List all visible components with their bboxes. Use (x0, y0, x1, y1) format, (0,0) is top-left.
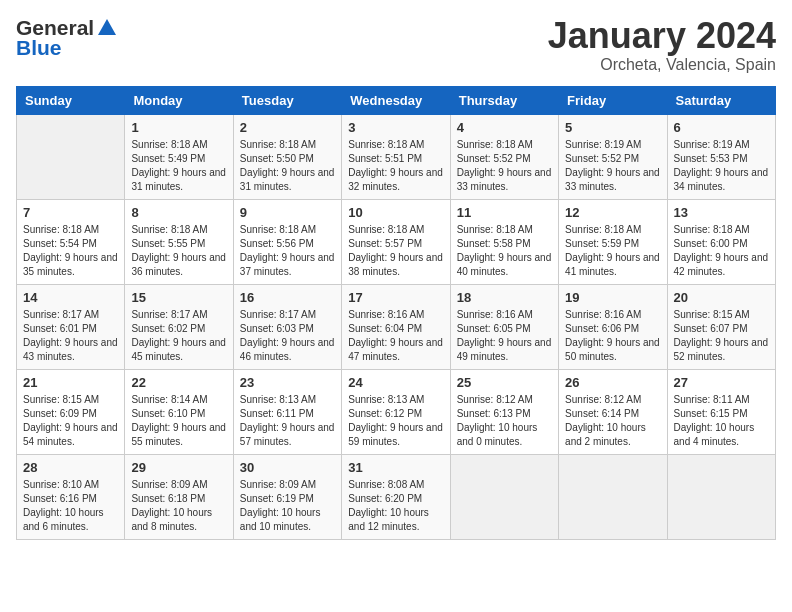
day-number: 15 (131, 290, 226, 305)
day-cell: 10 Sunrise: 8:18 AMSunset: 5:57 PMDaylig… (342, 199, 450, 284)
day-cell: 8 Sunrise: 8:18 AMSunset: 5:55 PMDayligh… (125, 199, 233, 284)
day-info: Sunrise: 8:18 AMSunset: 5:55 PMDaylight:… (131, 224, 226, 277)
day-info: Sunrise: 8:18 AMSunset: 5:56 PMDaylight:… (240, 224, 335, 277)
day-cell: 16 Sunrise: 8:17 AMSunset: 6:03 PMDaylig… (233, 284, 341, 369)
day-info: Sunrise: 8:18 AMSunset: 5:51 PMDaylight:… (348, 139, 443, 192)
day-cell: 4 Sunrise: 8:18 AMSunset: 5:52 PMDayligh… (450, 114, 558, 199)
day-info: Sunrise: 8:18 AMSunset: 5:49 PMDaylight:… (131, 139, 226, 192)
day-info: Sunrise: 8:12 AMSunset: 6:14 PMDaylight:… (565, 394, 646, 447)
day-number: 9 (240, 205, 335, 220)
weekday-header-thursday: Thursday (450, 86, 558, 114)
day-number: 21 (23, 375, 118, 390)
day-number: 29 (131, 460, 226, 475)
day-number: 27 (674, 375, 769, 390)
day-number: 10 (348, 205, 443, 220)
title-area: January 2024 Orcheta, Valencia, Spain (548, 16, 776, 74)
day-cell: 2 Sunrise: 8:18 AMSunset: 5:50 PMDayligh… (233, 114, 341, 199)
day-cell: 21 Sunrise: 8:15 AMSunset: 6:09 PMDaylig… (17, 369, 125, 454)
day-info: Sunrise: 8:12 AMSunset: 6:13 PMDaylight:… (457, 394, 538, 447)
day-number: 31 (348, 460, 443, 475)
day-cell: 17 Sunrise: 8:16 AMSunset: 6:04 PMDaylig… (342, 284, 450, 369)
day-number: 28 (23, 460, 118, 475)
day-cell: 12 Sunrise: 8:18 AMSunset: 5:59 PMDaylig… (559, 199, 667, 284)
day-cell: 6 Sunrise: 8:19 AMSunset: 5:53 PMDayligh… (667, 114, 775, 199)
day-cell: 23 Sunrise: 8:13 AMSunset: 6:11 PMDaylig… (233, 369, 341, 454)
week-row-5: 28 Sunrise: 8:10 AMSunset: 6:16 PMDaylig… (17, 454, 776, 539)
day-cell: 22 Sunrise: 8:14 AMSunset: 6:10 PMDaylig… (125, 369, 233, 454)
week-row-1: 1 Sunrise: 8:18 AMSunset: 5:49 PMDayligh… (17, 114, 776, 199)
day-info: Sunrise: 8:17 AMSunset: 6:03 PMDaylight:… (240, 309, 335, 362)
day-info: Sunrise: 8:13 AMSunset: 6:12 PMDaylight:… (348, 394, 443, 447)
day-info: Sunrise: 8:18 AMSunset: 5:50 PMDaylight:… (240, 139, 335, 192)
day-cell: 5 Sunrise: 8:19 AMSunset: 5:52 PMDayligh… (559, 114, 667, 199)
day-number: 25 (457, 375, 552, 390)
day-info: Sunrise: 8:09 AMSunset: 6:19 PMDaylight:… (240, 479, 321, 532)
day-cell: 29 Sunrise: 8:09 AMSunset: 6:18 PMDaylig… (125, 454, 233, 539)
day-info: Sunrise: 8:08 AMSunset: 6:20 PMDaylight:… (348, 479, 429, 532)
svg-marker-0 (98, 19, 116, 35)
day-info: Sunrise: 8:17 AMSunset: 6:01 PMDaylight:… (23, 309, 118, 362)
day-info: Sunrise: 8:11 AMSunset: 6:15 PMDaylight:… (674, 394, 755, 447)
day-number: 24 (348, 375, 443, 390)
day-cell: 31 Sunrise: 8:08 AMSunset: 6:20 PMDaylig… (342, 454, 450, 539)
day-cell (559, 454, 667, 539)
day-number: 2 (240, 120, 335, 135)
day-number: 26 (565, 375, 660, 390)
day-number: 4 (457, 120, 552, 135)
week-row-4: 21 Sunrise: 8:15 AMSunset: 6:09 PMDaylig… (17, 369, 776, 454)
day-cell: 30 Sunrise: 8:09 AMSunset: 6:19 PMDaylig… (233, 454, 341, 539)
day-number: 11 (457, 205, 552, 220)
day-cell (667, 454, 775, 539)
day-number: 8 (131, 205, 226, 220)
day-cell: 26 Sunrise: 8:12 AMSunset: 6:14 PMDaylig… (559, 369, 667, 454)
day-info: Sunrise: 8:16 AMSunset: 6:06 PMDaylight:… (565, 309, 660, 362)
day-cell: 7 Sunrise: 8:18 AMSunset: 5:54 PMDayligh… (17, 199, 125, 284)
weekday-header-tuesday: Tuesday (233, 86, 341, 114)
day-number: 30 (240, 460, 335, 475)
logo-blue: Blue (16, 36, 62, 60)
day-info: Sunrise: 8:19 AMSunset: 5:52 PMDaylight:… (565, 139, 660, 192)
day-cell: 14 Sunrise: 8:17 AMSunset: 6:01 PMDaylig… (17, 284, 125, 369)
day-info: Sunrise: 8:18 AMSunset: 5:58 PMDaylight:… (457, 224, 552, 277)
day-number: 19 (565, 290, 660, 305)
day-number: 6 (674, 120, 769, 135)
day-number: 14 (23, 290, 118, 305)
logo: General Blue (16, 16, 118, 60)
day-cell: 27 Sunrise: 8:11 AMSunset: 6:15 PMDaylig… (667, 369, 775, 454)
day-number: 22 (131, 375, 226, 390)
week-row-3: 14 Sunrise: 8:17 AMSunset: 6:01 PMDaylig… (17, 284, 776, 369)
day-info: Sunrise: 8:15 AMSunset: 6:07 PMDaylight:… (674, 309, 769, 362)
day-cell: 11 Sunrise: 8:18 AMSunset: 5:58 PMDaylig… (450, 199, 558, 284)
weekday-header-wednesday: Wednesday (342, 86, 450, 114)
day-info: Sunrise: 8:18 AMSunset: 6:00 PMDaylight:… (674, 224, 769, 277)
day-number: 1 (131, 120, 226, 135)
day-number: 16 (240, 290, 335, 305)
day-cell: 25 Sunrise: 8:12 AMSunset: 6:13 PMDaylig… (450, 369, 558, 454)
day-cell: 1 Sunrise: 8:18 AMSunset: 5:49 PMDayligh… (125, 114, 233, 199)
day-number: 3 (348, 120, 443, 135)
week-row-2: 7 Sunrise: 8:18 AMSunset: 5:54 PMDayligh… (17, 199, 776, 284)
day-info: Sunrise: 8:18 AMSunset: 5:57 PMDaylight:… (348, 224, 443, 277)
location-title: Orcheta, Valencia, Spain (548, 56, 776, 74)
day-cell: 15 Sunrise: 8:17 AMSunset: 6:02 PMDaylig… (125, 284, 233, 369)
day-number: 12 (565, 205, 660, 220)
day-info: Sunrise: 8:10 AMSunset: 6:16 PMDaylight:… (23, 479, 104, 532)
day-number: 13 (674, 205, 769, 220)
day-info: Sunrise: 8:15 AMSunset: 6:09 PMDaylight:… (23, 394, 118, 447)
weekday-header-friday: Friday (559, 86, 667, 114)
calendar-table: SundayMondayTuesdayWednesdayThursdayFrid… (16, 86, 776, 540)
day-number: 20 (674, 290, 769, 305)
day-info: Sunrise: 8:18 AMSunset: 5:52 PMDaylight:… (457, 139, 552, 192)
day-cell (17, 114, 125, 199)
day-number: 17 (348, 290, 443, 305)
weekday-header-sunday: Sunday (17, 86, 125, 114)
day-info: Sunrise: 8:17 AMSunset: 6:02 PMDaylight:… (131, 309, 226, 362)
day-cell: 20 Sunrise: 8:15 AMSunset: 6:07 PMDaylig… (667, 284, 775, 369)
day-cell (450, 454, 558, 539)
day-cell: 19 Sunrise: 8:16 AMSunset: 6:06 PMDaylig… (559, 284, 667, 369)
day-cell: 13 Sunrise: 8:18 AMSunset: 6:00 PMDaylig… (667, 199, 775, 284)
header: General Blue January 2024 Orcheta, Valen… (16, 16, 776, 74)
day-number: 23 (240, 375, 335, 390)
month-title: January 2024 (548, 16, 776, 56)
day-info: Sunrise: 8:16 AMSunset: 6:05 PMDaylight:… (457, 309, 552, 362)
